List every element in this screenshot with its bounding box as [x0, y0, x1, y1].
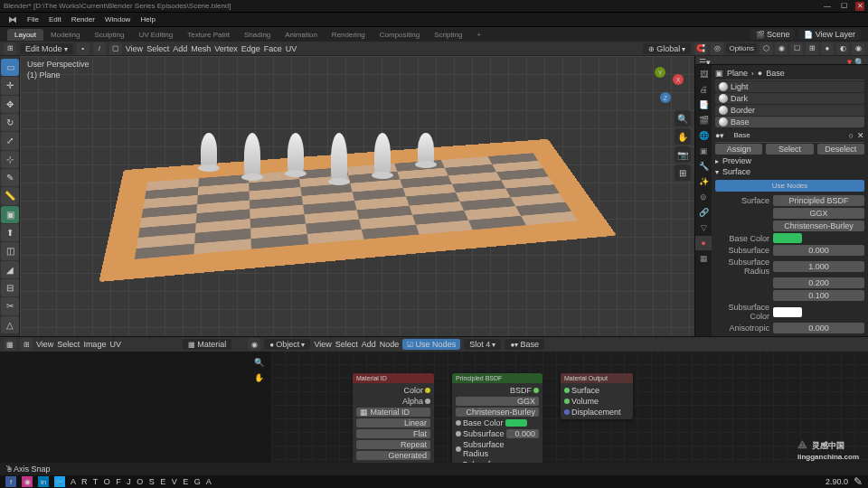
proportional-icon[interactable]: ◎	[711, 42, 723, 55]
subr-z[interactable]: 0.100	[773, 290, 864, 301]
facebook-icon[interactable]: f	[5, 476, 16, 487]
menu-mesh[interactable]: Mesh	[191, 44, 211, 53]
mode-selector[interactable]: Edit Mode ▾	[20, 43, 73, 54]
material-slot[interactable]: Light	[715, 81, 864, 92]
tab-scripting[interactable]: Scripting	[427, 29, 469, 41]
proptab-particle-icon[interactable]: ✨	[695, 174, 712, 189]
axis-y-icon[interactable]: Y	[655, 67, 665, 78]
uv-menu-image[interactable]: Image	[83, 340, 106, 349]
tool-knife-icon[interactable]: ✂	[1, 297, 19, 314]
tool-transform-icon[interactable]: ⊹	[1, 151, 19, 168]
persp-ortho-icon[interactable]: ⊞	[675, 164, 691, 181]
camera-view-icon[interactable]: 📷	[675, 146, 691, 163]
shading-solid-icon[interactable]: ●	[821, 42, 834, 55]
minimize-button[interactable]: —	[823, 2, 832, 11]
node-material-output[interactable]: Material Output Surface Volume Displacem…	[561, 373, 633, 419]
ne-menu-view[interactable]: View	[314, 340, 331, 349]
search-icon[interactable]: 🔍	[854, 58, 864, 64]
ne-usenodes-toggle[interactable]: ☑ Use Nodes	[402, 339, 460, 350]
ne-menu-node[interactable]: Node	[380, 340, 400, 349]
linkedin-icon[interactable]: in	[38, 476, 49, 487]
breadcrumb-mat[interactable]: Base	[766, 69, 785, 78]
tab-shading[interactable]: Shading	[237, 29, 278, 41]
tool-extrude-icon[interactable]: ⬆	[1, 224, 19, 241]
use-nodes-button[interactable]: Use Nodes	[715, 180, 864, 192]
tab-uvediting[interactable]: UV Editing	[131, 29, 180, 41]
instagram-icon[interactable]: ◉	[22, 476, 33, 487]
tab-add[interactable]: +	[469, 29, 488, 41]
menu-render[interactable]: Render	[67, 14, 99, 25]
proptab-viewlayer-icon[interactable]: 📑	[695, 98, 712, 112]
menu-view[interactable]: View	[126, 44, 143, 53]
subr-x[interactable]: 1.000	[773, 261, 864, 272]
axis-z-icon[interactable]: Z	[660, 92, 671, 103]
proptab-scene-icon[interactable]: 🎬	[695, 113, 712, 127]
snap-icon[interactable]: 🧲	[694, 42, 707, 55]
face-select-icon[interactable]: ▢	[109, 42, 122, 55]
surface-shader-field[interactable]: Principled BSDF	[773, 195, 864, 206]
proptab-mesh-icon[interactable]: ▽	[695, 221, 712, 235]
tab-modeling[interactable]: Modeling	[43, 29, 87, 41]
axis-x-icon[interactable]: X	[673, 74, 684, 85]
menu-edge[interactable]: Edge	[241, 44, 260, 53]
editor-type-icon[interactable]: ⊞	[4, 42, 16, 55]
menu-help[interactable]: Help	[136, 14, 159, 25]
outliner-type-icon[interactable]: ☰▾	[699, 58, 711, 64]
tool-inset-icon[interactable]: ◫	[1, 242, 19, 259]
edge-select-icon[interactable]: /	[93, 42, 106, 55]
uv-zoom-icon[interactable]: 🔍	[251, 355, 266, 370]
tool-annotate-icon[interactable]: ✎	[1, 169, 19, 186]
tab-sculpting[interactable]: Sculpting	[88, 29, 132, 41]
shading-wire-icon[interactable]: ⊞	[806, 42, 818, 55]
mat-new-icon[interactable]: ✕	[857, 131, 864, 140]
menu-file[interactable]: File	[23, 14, 43, 25]
gizmo-toggle-icon[interactable]: ⬡	[760, 42, 772, 55]
shading-matprev-icon[interactable]: ◐	[836, 42, 849, 55]
proptab-material-icon[interactable]: ●	[695, 236, 712, 250]
proptab-physics-icon[interactable]: ⊚	[695, 190, 712, 204]
proptab-constraint-icon[interactable]: 🔗	[695, 205, 712, 220]
ne-mat-field[interactable]: ●▾ Base	[505, 339, 544, 350]
menu-uv[interactable]: UV	[286, 44, 297, 53]
close-button[interactable]: ✕	[855, 2, 864, 11]
proptab-object-icon[interactable]: ▣	[695, 144, 712, 158]
base-color-swatch[interactable]	[773, 233, 802, 243]
sss-method-field[interactable]: Christensen-Burley	[773, 221, 864, 231]
proptab-modifier-icon[interactable]: 🔧	[695, 159, 712, 174]
tab-layout[interactable]: Layout	[7, 29, 43, 41]
mat-users-icon[interactable]: ○	[849, 131, 854, 140]
node-shadertype[interactable]: ● Object ▾	[264, 339, 310, 350]
breadcrumb-obj[interactable]: Plane	[727, 69, 748, 78]
viewlayer-selector[interactable]: 📄 View Layer	[798, 29, 861, 40]
distribution-field[interactable]: GGX	[773, 208, 864, 219]
menu-add[interactable]: Add	[173, 44, 187, 53]
aniso-field[interactable]: 0.000	[773, 323, 864, 333]
tool-rotate-icon[interactable]: ↻	[1, 114, 19, 131]
assign-button[interactable]: Assign	[715, 144, 762, 155]
viewport-3d[interactable]: User Perspective(1) Plane X Y Z 🔍 ✋ 📷 ⊞	[20, 56, 694, 336]
uv-overlay-field[interactable]: ▦ Material	[183, 339, 231, 350]
uv-editor-type-icon[interactable]: ▦	[4, 338, 16, 351]
twitter-icon[interactable]: 🐦	[54, 476, 65, 487]
tab-animation[interactable]: Animation	[278, 29, 325, 41]
uv-menu-uv[interactable]: UV	[109, 340, 121, 349]
shading-render-icon[interactable]: ◉	[852, 42, 864, 55]
material-slot[interactable]: Dark	[715, 93, 864, 104]
maximize-button[interactable]: ☐	[839, 2, 848, 11]
surface-panel-header[interactable]: ▾ Surface	[715, 166, 864, 177]
proptab-render-icon[interactable]: 🖼	[695, 67, 712, 81]
proptab-world-icon[interactable]: 🌐	[695, 128, 712, 143]
menu-edit[interactable]: Edit	[44, 14, 66, 25]
material-name-field[interactable]: Base	[728, 130, 844, 140]
material-slot[interactable]: Base	[715, 117, 864, 127]
uv-pan-icon[interactable]: ✋	[251, 371, 266, 385]
tool-loopcut-icon[interactable]: ⊟	[1, 279, 19, 296]
ne-slot-field[interactable]: Slot 4 ▾	[464, 339, 501, 350]
zoom-icon[interactable]: 🔍	[675, 110, 691, 127]
subsurface-field[interactable]: 0.000	[773, 245, 864, 256]
pan-icon[interactable]: ✋	[675, 128, 691, 145]
subcolor-swatch[interactable]	[773, 307, 802, 317]
subr-y[interactable]: 0.200	[773, 277, 864, 288]
xray-icon[interactable]: ☐	[790, 42, 803, 55]
tool-addcube-icon[interactable]: ▣	[1, 206, 19, 223]
